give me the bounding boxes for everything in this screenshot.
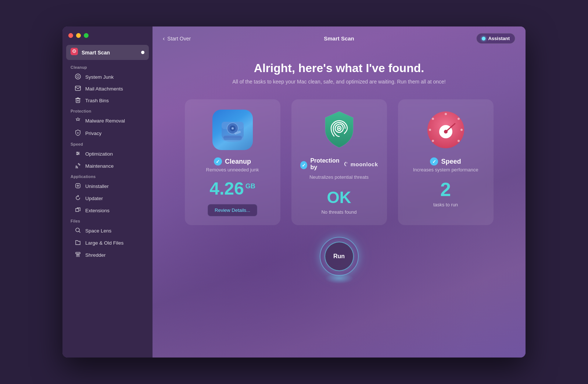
sidebar-item-uninstaller[interactable]: Uninstaller bbox=[66, 180, 149, 192]
speed-card-title: Speed bbox=[441, 158, 461, 166]
moonlock-logo: moonlock bbox=[343, 161, 378, 167]
cleanup-card-icon bbox=[212, 110, 253, 150]
maintenance-icon bbox=[74, 163, 82, 170]
protection-card-subtitle: Neutralizes potential threats bbox=[309, 174, 369, 180]
hero-section: Alright, here's what I've found. All of … bbox=[153, 50, 526, 88]
top-bar: ‹ Start Over Smart Scan Assistant bbox=[153, 26, 526, 50]
sidebar-active-label: Smart Scan bbox=[82, 50, 137, 56]
sidebar-item-malware-removal[interactable]: Malware Removal bbox=[66, 115, 149, 127]
speed-section-label: Speed bbox=[62, 140, 153, 148]
sidebar-item-extensions[interactable]: Extensions bbox=[66, 205, 149, 217]
sidebar-item-updater[interactable]: Updater bbox=[66, 192, 149, 205]
cleanup-check-icon: ✓ bbox=[214, 157, 222, 166]
malware-removal-label: Malware Removal bbox=[85, 118, 125, 124]
cleanup-value-wrap: 4.26GB bbox=[209, 180, 255, 198]
protection-section-label: Protection bbox=[62, 107, 153, 115]
speed-bottom-label: tasks to run bbox=[433, 202, 458, 207]
privacy-label: Privacy bbox=[85, 131, 101, 136]
trash-icon bbox=[74, 97, 82, 104]
speed-check-icon: ✓ bbox=[430, 157, 438, 166]
svg-point-7 bbox=[78, 132, 79, 134]
svg-point-4 bbox=[77, 75, 79, 78]
sidebar-item-smart-scan[interactable]: Smart Scan bbox=[66, 45, 149, 60]
sidebar-item-trash-bins[interactable]: Trash Bins bbox=[66, 95, 149, 107]
assistant-dot-icon bbox=[482, 37, 485, 40]
window-controls bbox=[68, 33, 89, 38]
run-button[interactable]: Run bbox=[325, 242, 354, 271]
moonlock-text: moonlock bbox=[351, 161, 378, 167]
protection-card: ✓ Protection by moonlock Neutralizes pot… bbox=[291, 99, 387, 225]
assistant-label: Assistant bbox=[488, 36, 510, 41]
svg-point-29 bbox=[432, 118, 434, 120]
svg-point-2 bbox=[74, 50, 75, 52]
protection-card-header: ✓ Protection by moonlock bbox=[300, 157, 378, 173]
review-details-button[interactable]: Review Details... bbox=[208, 204, 257, 216]
sidebar-item-large-old-files[interactable]: Large & Old Files bbox=[66, 237, 149, 249]
large-old-files-label: Large & Old Files bbox=[85, 240, 123, 246]
svg-point-3 bbox=[75, 74, 80, 79]
protection-card-icon bbox=[319, 110, 359, 150]
assistant-button[interactable]: Assistant bbox=[476, 33, 515, 44]
speed-card-subtitle: Increases system performance bbox=[413, 167, 478, 173]
sidebar-item-optimization[interactable]: Optimization bbox=[66, 148, 149, 160]
sidebar-item-maintenance[interactable]: Maintenance bbox=[66, 160, 149, 172]
speed-value: 2 bbox=[440, 180, 451, 199]
extensions-icon bbox=[74, 207, 82, 214]
protection-check-icon: ✓ bbox=[300, 161, 308, 169]
maximize-button[interactable] bbox=[84, 33, 89, 38]
page-title: Smart Scan bbox=[324, 35, 354, 42]
minimize-button[interactable] bbox=[76, 33, 81, 38]
svg-rect-21 bbox=[223, 136, 242, 140]
svg-point-22 bbox=[338, 128, 340, 129]
speed-value-wrap: 2 bbox=[440, 180, 451, 199]
cleanup-unit: GB bbox=[245, 182, 255, 190]
svg-point-27 bbox=[460, 129, 463, 131]
app-window: Smart Scan Cleanup System Junk bbox=[62, 26, 526, 358]
system-junk-icon bbox=[74, 74, 82, 81]
trash-bins-label: Trash Bins bbox=[85, 98, 109, 103]
svg-point-30 bbox=[429, 129, 431, 131]
sidebar-section-applications: Applications Uninstaller Update bbox=[62, 172, 153, 217]
optimization-icon bbox=[74, 150, 82, 157]
cards-row: ✓ Cleanup Removes unneeded junk 4.26GB R… bbox=[153, 88, 526, 232]
cleanup-card-header: ✓ Cleanup bbox=[214, 157, 251, 166]
sidebar-item-shredder[interactable]: Shredder bbox=[66, 249, 149, 261]
uninstaller-icon bbox=[74, 183, 82, 190]
protection-value: OK bbox=[327, 189, 351, 206]
mail-attachments-label: Mail Attachments bbox=[85, 86, 123, 92]
protection-card-title: Protection by bbox=[310, 157, 341, 171]
space-lens-label: Space Lens bbox=[85, 228, 111, 234]
back-button[interactable]: ‹ Start Over bbox=[163, 35, 476, 42]
svg-point-34 bbox=[444, 130, 448, 134]
large-files-icon bbox=[74, 239, 82, 246]
active-indicator bbox=[141, 51, 144, 54]
cleanup-value: 4.26GB bbox=[209, 179, 255, 198]
run-bottom-glow bbox=[325, 273, 354, 284]
hero-subtitle: All of the tasks to keep your Mac clean,… bbox=[160, 79, 518, 85]
updater-label: Updater bbox=[85, 196, 103, 201]
privacy-icon bbox=[74, 129, 82, 137]
sidebar-item-privacy[interactable]: Privacy bbox=[66, 127, 149, 140]
run-button-wrap: Run bbox=[323, 240, 356, 273]
sidebar-section-files: Files Space Lens Large & Old Files bbox=[62, 217, 153, 261]
cleanup-card-title: Cleanup bbox=[225, 158, 251, 166]
svg-rect-5 bbox=[75, 86, 80, 90]
svg-point-31 bbox=[432, 140, 434, 142]
optimization-label: Optimization bbox=[85, 151, 113, 157]
speed-card-icon bbox=[426, 110, 466, 150]
protection-bottom-label: No threats found bbox=[321, 209, 356, 215]
malware-icon bbox=[74, 117, 82, 124]
svg-point-9 bbox=[78, 153, 79, 154]
files-section-label: Files bbox=[62, 217, 153, 225]
sidebar-item-system-junk[interactable]: System Junk bbox=[66, 71, 149, 83]
svg-point-19 bbox=[232, 127, 234, 129]
close-button[interactable] bbox=[68, 33, 73, 38]
sidebar: Smart Scan Cleanup System Junk bbox=[62, 26, 153, 358]
sidebar-item-mail-attachments[interactable]: Mail Attachments bbox=[66, 83, 149, 95]
sidebar-item-space-lens[interactable]: Space Lens bbox=[66, 225, 149, 237]
svg-point-28 bbox=[458, 140, 460, 142]
protection-value-wrap: OK bbox=[327, 189, 351, 206]
protection-title-wrap: Protection by moonlock bbox=[310, 157, 378, 171]
cleanup-card-subtitle: Removes unneeded junk bbox=[206, 167, 259, 173]
svg-rect-13 bbox=[76, 252, 80, 254]
